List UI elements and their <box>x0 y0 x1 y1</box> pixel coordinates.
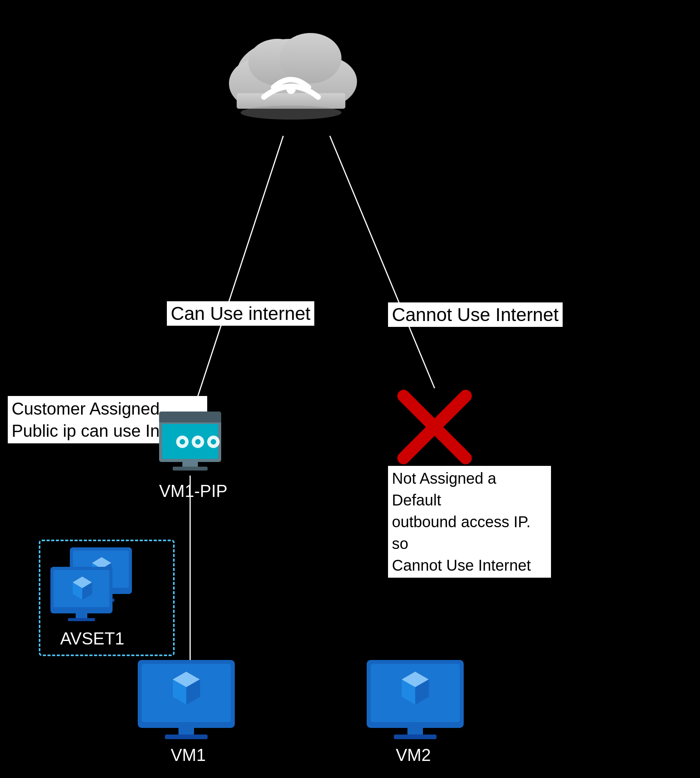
can-use-internet-label: Can Use internet <box>167 301 314 326</box>
svg-line-1 <box>330 136 435 388</box>
svg-rect-13 <box>159 417 221 422</box>
vm2-computer-icon <box>365 660 466 753</box>
svg-rect-56 <box>394 735 437 739</box>
svg-point-19 <box>195 439 201 445</box>
svg-point-20 <box>211 439 216 445</box>
svg-rect-47 <box>178 728 194 735</box>
svg-rect-55 <box>407 728 423 735</box>
vm1-label: VM1 <box>171 745 206 765</box>
svg-point-10 <box>241 106 341 120</box>
vm1-computer-icon <box>136 660 237 753</box>
vm2-label: VM2 <box>396 745 431 765</box>
not-assigned-label: Not Assigned a Defaultoutbound access IP… <box>388 466 551 578</box>
diagram-container: Can Use internet Cannot Use Internet Cus… <box>0 0 700 778</box>
svg-line-0 <box>198 136 283 396</box>
cloud-icon <box>213 12 369 136</box>
cannot-use-internet-label: Cannot Use Internet <box>388 302 563 327</box>
svg-rect-39 <box>76 613 87 619</box>
svg-point-7 <box>279 33 341 83</box>
svg-rect-48 <box>165 735 208 739</box>
svg-rect-21 <box>182 462 198 467</box>
vm1-pip-label: VM1-PIP <box>159 481 227 501</box>
svg-point-9 <box>286 85 296 94</box>
red-x-denied-icon <box>396 388 473 466</box>
avset1-label: AVSET1 <box>60 629 124 648</box>
vm1-pip-icon <box>151 396 229 474</box>
svg-rect-40 <box>68 618 95 621</box>
svg-rect-22 <box>173 467 208 471</box>
svg-point-18 <box>180 439 185 445</box>
